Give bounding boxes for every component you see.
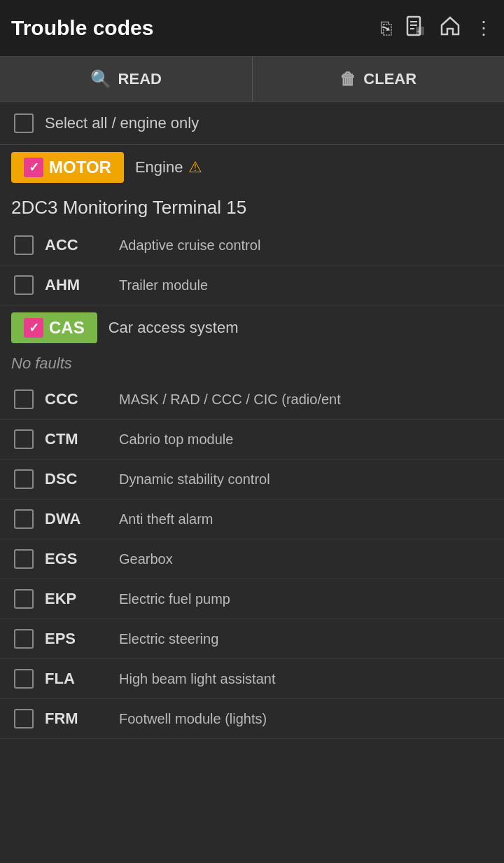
document-icon[interactable]: +: [406, 15, 426, 41]
egs-code: EGS: [45, 550, 108, 568]
acc-desc: Adaptive cruise control: [119, 237, 490, 254]
toolbar: 🔍 READ 🗑 CLEAR: [0, 56, 504, 102]
eps-code: EPS: [45, 630, 108, 648]
search-icon: 🔍: [90, 69, 111, 89]
list-item[interactable]: CTM Cabrio top module: [0, 420, 504, 460]
dsc-checkbox[interactable]: [14, 469, 34, 489]
cas-description: Car access system: [108, 319, 239, 337]
ekp-desc: Electric fuel pump: [119, 591, 490, 607]
motor-name: Engine: [135, 158, 183, 177]
select-all-label: Select all / engine only: [45, 114, 199, 132]
app-header: Trouble codes ⎘ + ⋮: [0, 0, 504, 56]
ccc-code: CCC: [45, 390, 108, 408]
read-button[interactable]: 🔍 READ: [0, 57, 253, 102]
ctm-desc: Cabrio top module: [119, 432, 490, 448]
list-item[interactable]: EPS Electric steering: [0, 619, 504, 659]
ahm-desc: Trailer module: [119, 277, 490, 294]
home-icon[interactable]: [440, 15, 461, 41]
cas-name: Car access system: [108, 319, 239, 337]
header-actions: ⎘ + ⋮: [381, 15, 493, 41]
no-faults-label: No faults: [0, 350, 504, 380]
egs-desc: Gearbox: [119, 551, 490, 567]
ahm-checkbox[interactable]: [14, 275, 34, 295]
section-subtitle: 2DC3 Monitoring Terminal 15: [0, 190, 504, 226]
cas-badge-label: CAS: [49, 318, 85, 338]
fla-checkbox[interactable]: [14, 669, 34, 689]
egs-checkbox[interactable]: [14, 549, 34, 569]
eps-desc: Electric steering: [119, 631, 490, 647]
select-all-row[interactable]: Select all / engine only: [0, 102, 504, 145]
clear-label: CLEAR: [363, 70, 416, 88]
ahm-code: AHM: [45, 276, 108, 294]
clear-button[interactable]: 🗑 CLEAR: [253, 57, 505, 102]
motor-description: Engine ⚠: [135, 158, 203, 177]
page-title: Trouble codes: [11, 16, 381, 40]
acc-code: ACC: [45, 236, 108, 254]
dwa-checkbox[interactable]: [14, 509, 34, 529]
read-label: READ: [118, 70, 162, 88]
list-item[interactable]: DSC Dynamic stability control: [0, 460, 504, 499]
motor-badge: MOTOR: [11, 152, 124, 183]
cas-module-header[interactable]: CAS Car access system: [0, 305, 504, 350]
ekp-code: EKP: [45, 590, 108, 608]
trash-icon: 🗑: [340, 69, 356, 89]
fla-code: FLA: [45, 670, 108, 688]
motor-checkbox[interactable]: [24, 158, 43, 177]
ccc-checkbox[interactable]: [14, 389, 34, 409]
dwa-code: DWA: [45, 510, 108, 528]
list-item[interactable]: DWA Anti theft alarm: [0, 499, 504, 539]
motor-module-header[interactable]: MOTOR Engine ⚠: [0, 145, 504, 190]
list-item[interactable]: CCC MASK / RAD / CCC / CIC (radio/ent: [0, 380, 504, 420]
dsc-code: DSC: [45, 470, 108, 488]
eps-checkbox[interactable]: [14, 629, 34, 649]
frm-checkbox[interactable]: [14, 709, 34, 729]
fla-desc: High beam light assistant: [119, 671, 490, 687]
cas-badge: CAS: [11, 312, 97, 343]
select-all-checkbox[interactable]: [14, 113, 34, 133]
copy-icon[interactable]: ⎘: [381, 18, 392, 39]
cas-checkbox[interactable]: [24, 318, 43, 338]
frm-desc: Footwell module (lights): [119, 711, 490, 727]
acc-checkbox[interactable]: [14, 235, 34, 255]
dsc-desc: Dynamic stability control: [119, 471, 490, 488]
frm-code: FRM: [45, 710, 108, 728]
more-icon[interactable]: ⋮: [475, 18, 493, 39]
list-item[interactable]: EGS Gearbox: [0, 539, 504, 579]
list-item[interactable]: FRM Footwell module (lights): [0, 699, 504, 739]
ccc-desc: MASK / RAD / CCC / CIC (radio/ent: [119, 392, 490, 408]
motor-badge-label: MOTOR: [49, 158, 111, 177]
svg-text:+: +: [416, 27, 421, 35]
dwa-desc: Anti theft alarm: [119, 511, 490, 527]
list-item[interactable]: ACC Adaptive cruise control: [0, 226, 504, 265]
ctm-checkbox[interactable]: [14, 429, 34, 449]
ctm-code: CTM: [45, 430, 108, 448]
list-item[interactable]: FLA High beam light assistant: [0, 659, 504, 699]
list-item[interactable]: EKP Electric fuel pump: [0, 579, 504, 619]
list-item[interactable]: AHM Trailer module: [0, 265, 504, 305]
warning-icon: ⚠: [188, 158, 202, 177]
ekp-checkbox[interactable]: [14, 589, 34, 609]
